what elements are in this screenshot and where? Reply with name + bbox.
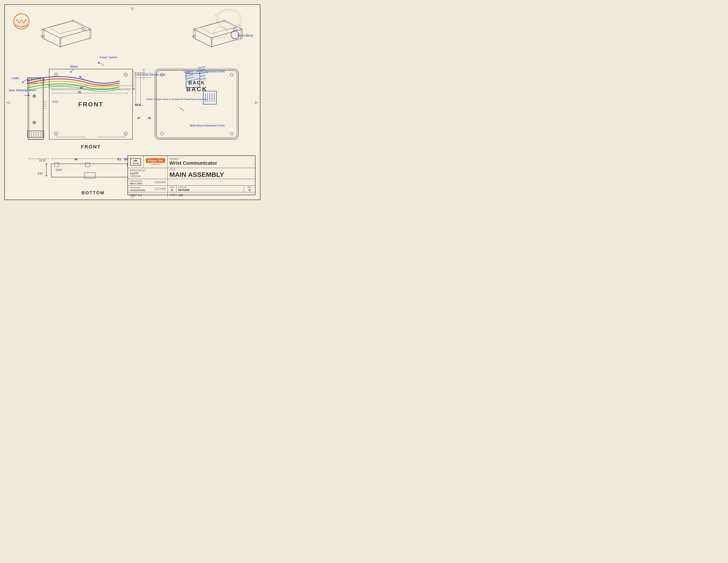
- sheet: 1/23: [178, 194, 183, 196]
- power-switch-arrow: [97, 61, 105, 67]
- dim-55-label: 55: [148, 116, 151, 120]
- svg-rect-14: [193, 35, 195, 37]
- iso-view-left: [29, 11, 100, 58]
- sheet-label: SHEET: [169, 194, 177, 196]
- dim-448-label: 44.8: [135, 103, 141, 106]
- annotation-usbc: USBC: [11, 77, 19, 80]
- front-view: FRONT: [49, 69, 133, 139]
- annotation-wrist-mount: Wrist Mount Attachment Point: [190, 124, 225, 128]
- arrow-right: ▷: [255, 100, 258, 105]
- rev-label: REV: [248, 186, 252, 188]
- annotation-dont-block: Don't Block: [238, 34, 253, 38]
- project-label: PROJECT: [169, 158, 253, 160]
- svg-point-72: [160, 132, 163, 135]
- svg-rect-29: [28, 131, 44, 137]
- dim-51-label: 5.1: [117, 158, 121, 161]
- annotation-gnd-bottom: GND: [56, 168, 62, 172]
- svg-text:⊕: ⊕: [32, 120, 36, 125]
- svg-text:FRONT: FRONT: [78, 101, 104, 108]
- arrow-left: ◁: [7, 100, 10, 105]
- size: A: [171, 188, 173, 192]
- svg-rect-84: [85, 163, 90, 167]
- approved-by-label: APPROVED BY: [130, 169, 166, 172]
- svg-point-73: [230, 132, 233, 135]
- svg-marker-104: [45, 175, 47, 176]
- company-logo: [13, 13, 30, 30]
- svg-line-110: [143, 69, 144, 71]
- usbc-arrow: [21, 78, 29, 83]
- svg-point-2: [72, 20, 74, 22]
- svg-line-111: [144, 69, 145, 71]
- checked-by: Mike's Wife: [130, 182, 143, 185]
- size-label: SIZE: [170, 186, 174, 188]
- svg-point-71: [230, 73, 233, 76]
- dim-47-label: 47: [137, 116, 140, 120]
- dim-lines-horiz: [133, 69, 155, 91]
- title-block: MK FACTOR Klippy-Net COMPANY PROJECT Wri…: [128, 155, 255, 195]
- dim-76-label: 76: [78, 90, 81, 94]
- svg-marker-89: [22, 82, 24, 83]
- dim-953-arrows: [44, 163, 49, 176]
- svg-rect-86: [84, 173, 95, 178]
- dim-59-label: 59: [74, 158, 77, 161]
- bottom-view: [47, 162, 139, 186]
- annotation-power-switch: Power Switch: [100, 56, 117, 59]
- bottom-view-label: BOTTOM: [47, 190, 139, 195]
- svg-point-22: [214, 27, 227, 38]
- checked-date: 12/21/2049: [155, 181, 166, 183]
- dim-84-label: 84: [80, 86, 83, 89]
- dwg-no-label: DWG NO: [178, 186, 242, 188]
- arrow-top: ▽: [131, 7, 134, 11]
- back-view-label: BACK: [155, 80, 239, 86]
- dim-1025-label: 10.25: [39, 159, 46, 162]
- annotation-solder-jumper: Solder Jumper wires to Screws for Poweri…: [146, 98, 207, 101]
- rev: 0: [249, 188, 250, 192]
- approved-by: Jup1t3r: [130, 172, 166, 175]
- dim-84: [49, 86, 137, 91]
- svg-point-24: [215, 14, 217, 16]
- svg-point-20: [217, 9, 241, 29]
- front-view-label: FRONT: [49, 144, 133, 150]
- company-label: COMPANY: [150, 163, 160, 165]
- svg-rect-5: [41, 35, 44, 37]
- annotation-minibadge: Basic Minibadge Board: [9, 89, 36, 92]
- wires-arrow: [68, 68, 75, 73]
- klippy-net-logo: Klippy-Net: [146, 158, 165, 163]
- dim-76: [52, 91, 132, 95]
- svg-text:MK: MK: [134, 159, 137, 162]
- main-title: MAIN ASSEMBLY: [169, 171, 253, 178]
- svg-point-25: [239, 24, 241, 27]
- svg-line-75: [179, 107, 184, 111]
- svg-line-88: [23, 79, 28, 82]
- dwg-no: 8675309: [178, 188, 242, 192]
- svg-rect-6: [82, 28, 85, 30]
- drawn-by-label: DRAWN BY: [130, 186, 145, 189]
- svg-line-92: [99, 62, 104, 66]
- checked-by-label: CHECKED BY: [130, 180, 143, 182]
- svg-rect-82: [51, 164, 135, 177]
- approved-date: 12/25/2049: [130, 175, 166, 177]
- project-name: Wrist Communicator: [169, 160, 253, 166]
- drawn-date: 12/17/2049: [155, 188, 166, 190]
- drawing-area: ◁ ▷ ▽ △: [4, 4, 260, 200]
- minibadge-arrow: [24, 93, 30, 98]
- dim-313a: 3⅓3: [52, 100, 58, 104]
- svg-text:FACTOR: FACTOR: [132, 163, 139, 164]
- coffee-stain: [203, 8, 247, 48]
- svg-rect-83: [54, 163, 59, 167]
- dim-953-label: 9.53: [38, 172, 43, 175]
- title-label: TITLE: [169, 168, 253, 171]
- svg-marker-95: [28, 94, 30, 96]
- svg-marker-93: [98, 62, 100, 64]
- svg-marker-91: [70, 71, 71, 73]
- svg-point-21: [218, 11, 240, 28]
- svg-marker-103: [45, 163, 47, 164]
- svg-point-26: [233, 43, 234, 44]
